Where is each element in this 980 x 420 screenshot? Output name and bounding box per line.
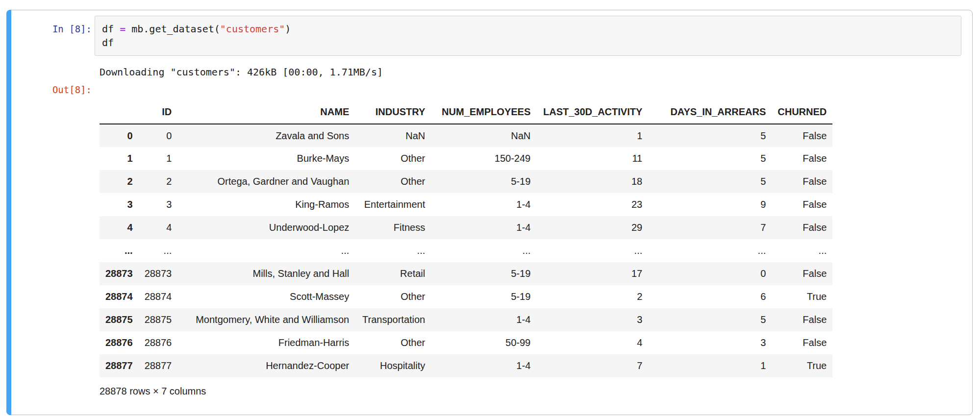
table-cell: 3 — [648, 331, 772, 354]
table-row: 11Burke-MaysOther150-249115False — [100, 147, 832, 170]
row-index-cell: 28874 — [100, 285, 139, 308]
column-header-industry: INDUSTRY — [355, 100, 431, 124]
row-index-cell: ... — [100, 239, 139, 262]
column-header-num_employees: NUM_EMPLOYEES — [431, 100, 536, 124]
header-row: IDNAMEINDUSTRYNUM_EMPLOYEESLAST_30D_ACTI… — [100, 100, 832, 124]
table-cell: ... — [431, 239, 536, 262]
table-cell: NaN — [431, 124, 536, 147]
column-header-name: NAME — [177, 100, 355, 124]
table-cell: Burke-Mays — [177, 147, 355, 170]
table-row: 00Zavala and SonsNaNNaN15False — [100, 124, 832, 147]
dataframe-header: IDNAMEINDUSTRYNUM_EMPLOYEESLAST_30D_ACTI… — [100, 100, 832, 124]
code-token: mb.get_dataset( — [126, 23, 220, 35]
table-cell: 1-4 — [431, 354, 536, 377]
table-cell: 28873 — [139, 262, 178, 285]
table-cell: 2 — [536, 285, 648, 308]
row-index-cell: 1 — [100, 147, 139, 170]
row-index-cell: 4 — [100, 216, 139, 239]
row-index-cell: 3 — [100, 193, 139, 216]
table-cell: 18 — [536, 170, 648, 193]
row-index-cell: 0 — [100, 124, 139, 147]
table-cell: 11 — [536, 147, 648, 170]
row-index-cell: 2 — [100, 170, 139, 193]
table-cell: 1-4 — [431, 216, 536, 239]
table-cell: Montgomery, White and Williamson — [177, 308, 355, 331]
table-row: 2887328873Mills, Stanley and HallRetail5… — [100, 262, 832, 285]
column-header-id: ID — [139, 100, 178, 124]
dataframe-table: IDNAMEINDUSTRYNUM_EMPLOYEESLAST_30D_ACTI… — [100, 100, 832, 377]
input-area: In [8]: df = mb.get_dataset("customers")… — [11, 16, 966, 56]
table-cell: 5 — [648, 170, 772, 193]
table-cell: 6 — [648, 285, 772, 308]
table-cell: False — [772, 216, 832, 239]
table-cell: Other — [355, 170, 431, 193]
table-row: 2887528875Montgomery, White and Williams… — [100, 308, 832, 331]
table-cell: False — [772, 170, 832, 193]
column-header-days_in_arrears: DAYS_IN_ARREARS — [648, 100, 772, 124]
code-editor[interactable]: df = mb.get_dataset("customers")df — [95, 16, 961, 56]
column-header-last_30d_activity: LAST_30D_ACTIVITY — [536, 100, 648, 124]
row-index-cell: 28873 — [100, 262, 139, 285]
table-cell: 5-19 — [431, 262, 536, 285]
table-cell: 29 — [536, 216, 648, 239]
table-cell: 5 — [648, 124, 772, 147]
dataframe-body: 00Zavala and SonsNaNNaN15False11Burke-Ma… — [100, 124, 832, 377]
code-line: df = mb.get_dataset("customers") — [102, 22, 954, 36]
code-token: "customers" — [220, 23, 285, 35]
table-cell: 0 — [139, 124, 178, 147]
table-row: 33King-RamosEntertainment1-4239False — [100, 193, 832, 216]
table-cell: ... — [648, 239, 772, 262]
row-index-cell: 28877 — [100, 354, 139, 377]
table-cell: 1 — [536, 124, 648, 147]
code-lines: df = mb.get_dataset("customers")df — [102, 22, 954, 49]
table-cell: False — [772, 147, 832, 170]
table-cell: ... — [355, 239, 431, 262]
table-cell: 7 — [648, 216, 772, 239]
table-cell: 150-249 — [431, 147, 536, 170]
cell-content: In [8]: df = mb.get_dataset("customers")… — [11, 10, 972, 415]
table-cell: False — [772, 262, 832, 285]
code-token: df — [102, 23, 120, 35]
table-cell: True — [772, 285, 832, 308]
table-row: 2887728877Hernandez-CooperHospitality1-4… — [100, 354, 832, 377]
download-progress-text: Downloading "customers": 426kB [00:00, 1… — [100, 66, 966, 79]
table-cell: Hospitality — [355, 354, 431, 377]
table-cell: 5 — [648, 147, 772, 170]
table-row: 22Ortega, Gardner and VaughanOther5-1918… — [100, 170, 832, 193]
table-cell: Fitness — [355, 216, 431, 239]
notebook-cell: In [8]: df = mb.get_dataset("customers")… — [6, 10, 973, 415]
table-cell: 5 — [648, 308, 772, 331]
table-cell: 5-19 — [431, 285, 536, 308]
table-cell: Other — [355, 331, 431, 354]
input-prompt-label: In [8]: — [11, 16, 95, 36]
table-cell: Transportation — [355, 308, 431, 331]
table-cell: ... — [536, 239, 648, 262]
table-cell: 23 — [536, 193, 648, 216]
table-cell: Other — [355, 147, 431, 170]
code-line: df — [102, 36, 954, 49]
table-cell: 1-4 — [431, 308, 536, 331]
table-cell: 1 — [139, 147, 178, 170]
code-token: df — [102, 37, 114, 49]
table-cell: 17 — [536, 262, 648, 285]
table-cell: Underwood-Lopez — [177, 216, 355, 239]
table-row: 2887428874Scott-MasseyOther5-1926True — [100, 285, 832, 308]
table-cell: 4 — [536, 331, 648, 354]
table-cell: 1-4 — [431, 193, 536, 216]
table-cell: 50-99 — [431, 331, 536, 354]
table-cell: 28876 — [139, 331, 178, 354]
table-row: 2887628876Friedman-HarrisOther50-9943Fal… — [100, 331, 832, 354]
table-cell: 28875 — [139, 308, 178, 331]
index-column-header — [100, 100, 139, 124]
table-cell: False — [772, 308, 832, 331]
table-cell: Zavala and Sons — [177, 124, 355, 147]
code-token: ) — [285, 23, 291, 35]
table-cell: Retail — [355, 262, 431, 285]
table-cell: False — [772, 331, 832, 354]
table-row: 44Underwood-LopezFitness1-4297False — [100, 216, 832, 239]
table-cell: Entertainment — [355, 193, 431, 216]
table-cell: True — [772, 354, 832, 377]
table-cell: King-Ramos — [177, 193, 355, 216]
table-row: ........................ — [100, 239, 832, 262]
table-cell: 4 — [139, 216, 178, 239]
